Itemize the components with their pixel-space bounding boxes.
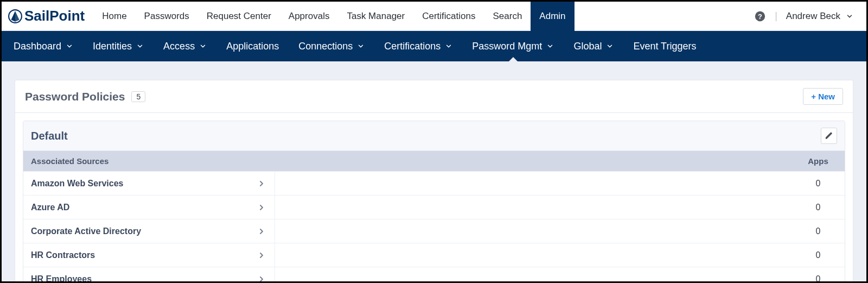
subnav-global[interactable]: Global (564, 31, 623, 61)
edit-policy-button[interactable] (821, 128, 837, 144)
panel-header: Password Policies 5 + New (15, 80, 853, 113)
chevron-down-icon (846, 12, 853, 20)
subnav-label: Event Triggers (633, 41, 696, 52)
subnav-label: Identities (93, 41, 132, 52)
svg-text:?: ? (758, 12, 762, 20)
source-name: Amazon Web Services (31, 179, 123, 188)
top-nav: SailPoint Home Passwords Request Center … (2, 2, 866, 31)
subnav-event-triggers[interactable]: Event Triggers (623, 31, 706, 61)
apps-count: 0 (799, 179, 837, 188)
source-cell[interactable]: HR Employees (31, 267, 275, 281)
chevron-down-icon (357, 42, 365, 50)
topnav-label: Home (102, 11, 126, 22)
topnav-task-manager[interactable]: Task Manager (338, 2, 413, 31)
chevron-down-icon (546, 42, 554, 50)
source-name: Azure AD (31, 203, 69, 212)
topnav-label: Admin (539, 11, 565, 22)
policy-card-default: Default Associated Sources Apps Amazon W… (23, 121, 845, 281)
subnav-label: Applications (226, 41, 279, 52)
brand-logo[interactable]: SailPoint (2, 8, 93, 24)
topnav-search[interactable]: Search (484, 2, 531, 31)
chevron-down-icon (199, 42, 207, 50)
source-cell[interactable]: HR Contractors (31, 243, 275, 267)
topnav-certifications[interactable]: Certifications (413, 2, 484, 31)
chevron-down-icon (606, 42, 614, 50)
subnav-certifications[interactable]: Certifications (374, 31, 462, 61)
help-icon[interactable]: ? (754, 10, 766, 22)
subnav-dashboard[interactable]: Dashboard (4, 31, 83, 61)
topnav-label: Certifications (422, 11, 475, 22)
topnav-approvals[interactable]: Approvals (280, 2, 339, 31)
new-policy-button[interactable]: + New (803, 88, 843, 105)
topnav-request-center[interactable]: Request Center (198, 2, 280, 31)
table-row: HR Employees 0 (23, 267, 845, 281)
topnav-label: Approvals (289, 11, 330, 22)
col-header-sources: Associated Sources (31, 156, 275, 166)
policy-card-header: Default (23, 121, 845, 151)
topnav-label: Request Center (207, 11, 271, 22)
source-name: HR Contractors (31, 250, 95, 260)
user-menu[interactable]: Andrew Beck (786, 11, 853, 22)
page-title: Password Policies (25, 90, 125, 103)
subnav-label: Global (573, 41, 602, 52)
subnav-identities[interactable]: Identities (83, 31, 154, 61)
policy-count-badge: 5 (131, 91, 145, 102)
subnav-access[interactable]: Access (154, 31, 216, 61)
apps-count: 0 (799, 250, 837, 260)
chevron-down-icon (66, 42, 73, 50)
table-row: Amazon Web Services 0 (23, 171, 845, 195)
subnav-label: Certifications (384, 41, 441, 52)
topnav-home[interactable]: Home (93, 2, 135, 31)
chevron-right-icon (257, 251, 266, 260)
table-row: HR Contractors 0 (23, 243, 845, 267)
apps-count: 0 (799, 203, 837, 212)
subnav-applications[interactable]: Applications (216, 31, 289, 61)
table-row: Corporate Active Directory 0 (23, 219, 845, 243)
admin-subnav: Dashboard Identities Access Applications… (2, 31, 866, 61)
user-name: Andrew Beck (786, 11, 840, 22)
topnav-admin[interactable]: Admin (531, 2, 574, 31)
password-policies-panel: Password Policies 5 + New Default Associ… (15, 80, 853, 281)
topnav-passwords[interactable]: Passwords (136, 2, 198, 31)
pencil-icon (825, 131, 833, 140)
sailpoint-logo-icon (8, 9, 22, 23)
apps-count: 0 (799, 227, 837, 236)
chevron-right-icon (257, 179, 266, 188)
subnav-label: Dashboard (14, 41, 61, 52)
content-area: Password Policies 5 + New Default Associ… (2, 61, 866, 281)
policy-name: Default (31, 130, 68, 142)
subnav-password-mgmt[interactable]: Password Mgmt (462, 31, 564, 61)
chevron-down-icon (136, 42, 144, 50)
topnav-label: Task Manager (347, 11, 405, 22)
chevron-down-icon (445, 42, 452, 50)
table-row: Azure AD 0 (23, 195, 845, 219)
topnav-right: ? | Andrew Beck (754, 10, 866, 22)
topnav-label: Passwords (144, 11, 189, 22)
chevron-right-icon (257, 275, 266, 282)
source-cell[interactable]: Amazon Web Services (31, 172, 275, 195)
topnav-label: Search (493, 11, 522, 22)
table-header: Associated Sources Apps (23, 151, 845, 171)
brand-name: SailPoint (24, 8, 85, 24)
top-nav-items: Home Passwords Request Center Approvals … (93, 2, 574, 31)
chevron-right-icon (257, 203, 266, 212)
chevron-right-icon (257, 227, 266, 236)
apps-count: 0 (799, 274, 837, 282)
source-cell[interactable]: Azure AD (31, 196, 275, 219)
subnav-label: Connections (298, 41, 353, 52)
divider: | (775, 10, 777, 22)
source-name: Corporate Active Directory (31, 227, 141, 236)
subnav-label: Access (163, 41, 195, 52)
source-name: HR Employees (31, 274, 92, 282)
subnav-label: Password Mgmt (472, 41, 542, 52)
subnav-connections[interactable]: Connections (289, 31, 374, 61)
col-header-apps: Apps (799, 156, 837, 166)
source-cell[interactable]: Corporate Active Directory (31, 219, 275, 243)
